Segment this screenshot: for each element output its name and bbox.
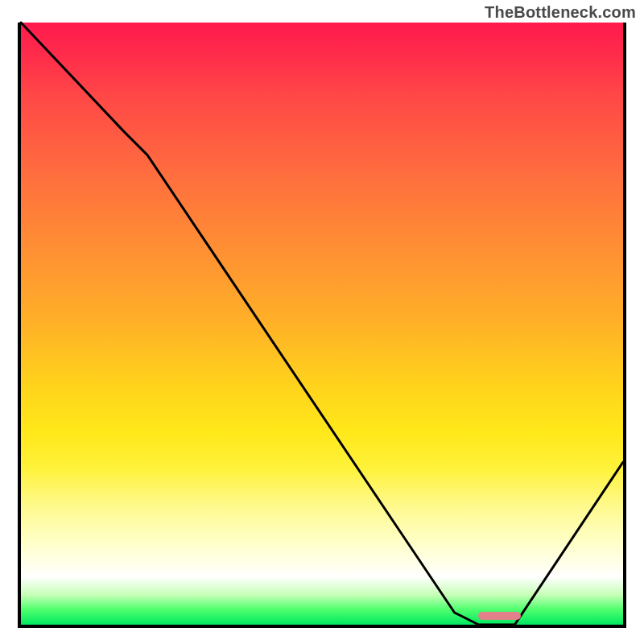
bottleneck-curve (21, 23, 623, 625)
chart-area (18, 23, 626, 628)
attribution-label: TheBottleneck.com (485, 3, 636, 22)
optimal-range-marker (478, 612, 520, 620)
bottleneck-line (21, 23, 623, 625)
